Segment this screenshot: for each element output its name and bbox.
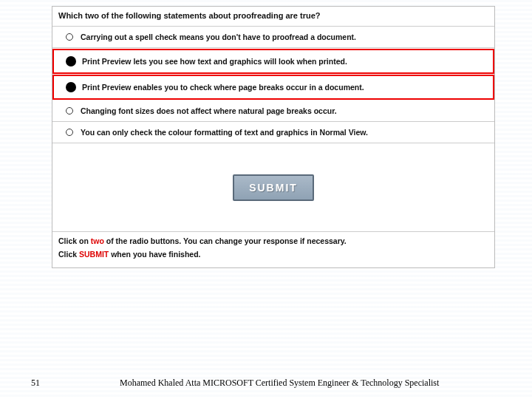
question-suffix: ? — [316, 11, 321, 20]
instr-keyword-submit: SUBMIT — [79, 250, 109, 259]
instr-keyword-two: two — [91, 236, 104, 245]
radio-filled-icon[interactable] — [66, 56, 76, 66]
option-row-4[interactable]: Changing font sizes does not affect wher… — [52, 100, 494, 122]
instr-text: Click — [58, 250, 79, 259]
option-label: Changing font sizes does not affect wher… — [81, 106, 488, 115]
radio-cell — [58, 107, 81, 115]
option-label: Print Preview lets you see how text and … — [82, 57, 487, 66]
radio-cell — [58, 129, 81, 136]
radio-filled-icon[interactable] — [66, 82, 76, 92]
option-row-3[interactable]: Print Preview enables you to check where… — [52, 75, 494, 100]
option-label: You can only check the colour formatting… — [81, 128, 488, 137]
option-row-2[interactable]: Print Preview lets you see how text and … — [52, 49, 494, 74]
radio-empty-icon[interactable] — [66, 129, 73, 136]
question-keyword-two: two — [85, 11, 99, 20]
option-label: Carrying out a spell check means you don… — [81, 33, 488, 41]
question-keyword-true: true — [300, 11, 316, 20]
submit-button[interactable]: SUBMIT — [233, 174, 314, 201]
question-prefix: Which — [58, 11, 85, 20]
radio-cell — [60, 82, 82, 92]
question-text: Which two of the following statements ab… — [52, 7, 494, 27]
radio-cell — [58, 33, 81, 41]
instr-text: of the radio buttons. You can change you… — [104, 236, 347, 245]
quiz-panel: Which two of the following statements ab… — [52, 6, 495, 268]
instructions-block: Click on two of the radio buttons. You c… — [52, 232, 494, 267]
option-label: Print Preview enables you to check where… — [82, 83, 487, 92]
question-middle: of the following statements about proofr… — [99, 11, 300, 20]
instr-text: when you have finished. — [109, 250, 200, 259]
radio-cell — [60, 56, 82, 66]
option-row-1[interactable]: Carrying out a spell check means you don… — [52, 27, 494, 48]
page-number: 51 — [31, 378, 90, 389]
submit-area: SUBMIT — [52, 143, 494, 232]
radio-empty-icon[interactable] — [66, 33, 73, 41]
instruction-line-1: Click on two of the radio buttons. You c… — [58, 236, 488, 245]
option-row-5[interactable]: You can only check the colour formatting… — [52, 122, 494, 143]
instr-text: Click on — [58, 236, 91, 245]
radio-empty-icon[interactable] — [66, 107, 73, 115]
footer: 51 Mohamed Khaled Atta MICROSOFT Certifi… — [0, 378, 532, 389]
instruction-line-2: Click SUBMIT when you have finished. — [58, 250, 488, 259]
footer-credit: Mohamed Khaled Atta MICROSOFT Certified … — [90, 378, 510, 389]
